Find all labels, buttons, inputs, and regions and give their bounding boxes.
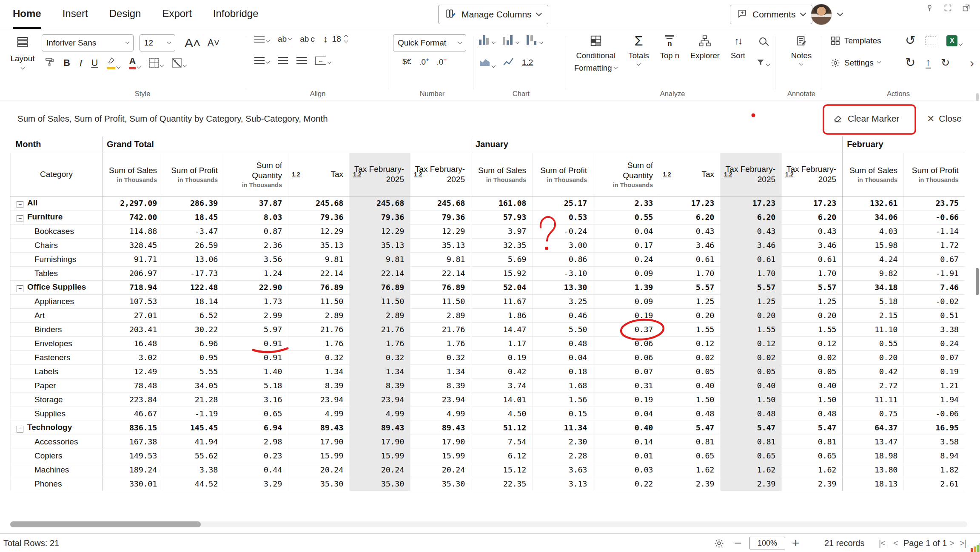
tab-export[interactable]: Export bbox=[162, 0, 191, 29]
column-chart-button[interactable] bbox=[479, 34, 495, 45]
value-cell[interactable]: 0.91 bbox=[224, 336, 288, 350]
value-cell[interactable]: 0.65 bbox=[782, 449, 843, 463]
horizontal-scrollbar-thumb[interactable] bbox=[10, 521, 201, 527]
value-cell[interactable]: 21.76 bbox=[410, 322, 471, 336]
area-chart-button[interactable] bbox=[479, 57, 495, 68]
value-cell[interactable]: 3.29 bbox=[224, 477, 288, 491]
value-cell[interactable]: 14.01 bbox=[471, 393, 533, 407]
value-cell[interactable]: 6.20 bbox=[659, 210, 721, 224]
value-cell[interactable]: 11.11 bbox=[843, 393, 904, 407]
value-cell[interactable]: 79.36 bbox=[350, 210, 410, 224]
value-cell[interactable]: 8.03 bbox=[224, 210, 288, 224]
value-cell[interactable]: 1.72 bbox=[904, 238, 965, 252]
value-cell[interactable]: 89.43 bbox=[288, 421, 350, 435]
value-cell[interactable]: 0.05 bbox=[721, 364, 782, 378]
value-cell[interactable]: 4.50 bbox=[471, 407, 533, 421]
value-cell[interactable]: 145.45 bbox=[163, 421, 224, 435]
value-cell[interactable]: 0.02 bbox=[782, 350, 843, 364]
templates-button[interactable]: Templates bbox=[830, 36, 895, 46]
value-cell[interactable]: 2.61 bbox=[904, 477, 965, 491]
vertical-align-button[interactable] bbox=[254, 57, 269, 64]
value-cell[interactable]: 107.53 bbox=[103, 294, 163, 308]
value-cell[interactable]: 167.38 bbox=[103, 435, 163, 449]
top-n-button[interactable]: n Top n bbox=[660, 34, 679, 73]
value-cell[interactable]: 0.40 bbox=[721, 378, 782, 393]
value-cell[interactable]: 1.62 bbox=[659, 463, 721, 477]
value-cell[interactable]: 2.28 bbox=[533, 449, 593, 463]
value-cell[interactable]: 1.40 bbox=[224, 364, 288, 378]
value-cell[interactable]: 4.24 bbox=[843, 252, 904, 266]
font-family-select[interactable]: Inforiver Sans bbox=[42, 34, 134, 51]
row-label[interactable]: −All bbox=[11, 196, 103, 210]
row-label[interactable]: Supplies bbox=[11, 407, 103, 421]
value-cell[interactable]: 1.17 bbox=[471, 336, 533, 350]
value-cell[interactable]: 11.50 bbox=[410, 294, 471, 308]
value-cell[interactable]: 5.57 bbox=[782, 280, 843, 294]
value-cell[interactable]: 0.48 bbox=[659, 407, 721, 421]
zoom-in-button[interactable]: + bbox=[792, 534, 800, 552]
value-cell[interactable]: 15.99 bbox=[288, 449, 350, 463]
value-cell[interactable]: 20.24 bbox=[288, 463, 350, 477]
number-format-button[interactable]: 1.2 bbox=[522, 58, 533, 67]
value-cell[interactable]: 0.03 bbox=[593, 463, 659, 477]
value-cell[interactable]: 742.00 bbox=[103, 210, 163, 224]
value-cell[interactable]: 1.24 bbox=[224, 266, 288, 280]
value-cell[interactable]: 0.01 bbox=[593, 449, 659, 463]
value-cell[interactable]: 0.65 bbox=[224, 407, 288, 421]
value-cell[interactable]: 1.70 bbox=[782, 266, 843, 280]
value-cell[interactable]: 0.20 bbox=[782, 308, 843, 322]
value-cell[interactable]: 0.48 bbox=[721, 407, 782, 421]
value-cell[interactable]: 8.39 bbox=[410, 378, 471, 393]
row-height-stepper[interactable] bbox=[345, 35, 348, 43]
comments-button[interactable]: Comments bbox=[730, 5, 812, 24]
value-cell[interactable]: 0.04 bbox=[533, 350, 593, 364]
value-cell[interactable]: 0.18 bbox=[533, 364, 593, 378]
value-cell[interactable]: 330.01 bbox=[103, 477, 163, 491]
filter-button[interactable] bbox=[756, 58, 769, 67]
clear-formatting-button[interactable] bbox=[172, 58, 186, 68]
value-cell[interactable]: 0.04 bbox=[593, 224, 659, 238]
value-cell[interactable]: 57.93 bbox=[471, 210, 533, 224]
value-cell[interactable]: 2.15 bbox=[843, 308, 904, 322]
value-cell[interactable]: 23.94 bbox=[288, 393, 350, 407]
value-cell[interactable]: 0.40 bbox=[782, 378, 843, 393]
value-cell[interactable]: 17.90 bbox=[410, 435, 471, 449]
value-cell[interactable]: -17.73 bbox=[163, 266, 224, 280]
column-header[interactable]: Sum of Profitin Thousands bbox=[163, 153, 224, 196]
value-cell[interactable]: 1.55 bbox=[782, 322, 843, 336]
value-cell[interactable]: 5.50 bbox=[533, 322, 593, 336]
value-cell[interactable]: 22.14 bbox=[288, 266, 350, 280]
font-color-button[interactable]: A bbox=[129, 57, 140, 69]
explorer-button[interactable]: Explorer bbox=[690, 34, 720, 73]
value-cell[interactable]: 9.81 bbox=[410, 252, 471, 266]
refresh-icon[interactable]: ↻ bbox=[941, 57, 950, 68]
value-cell[interactable]: 0.15 bbox=[533, 407, 593, 421]
row-label[interactable]: Appliances bbox=[11, 294, 103, 308]
value-cell[interactable]: 328.45 bbox=[103, 238, 163, 252]
value-cell[interactable]: 2.72 bbox=[843, 378, 904, 393]
value-cell[interactable]: 1.76 bbox=[350, 336, 410, 350]
value-cell[interactable]: 0.31 bbox=[593, 378, 659, 393]
value-cell[interactable]: 34.06 bbox=[843, 210, 904, 224]
value-cell[interactable]: 245.68 bbox=[410, 196, 471, 210]
column-header[interactable]: Sum of Profitin Thousands bbox=[533, 153, 593, 196]
value-cell[interactable]: 132.61 bbox=[843, 196, 904, 210]
value-cell[interactable]: 5.47 bbox=[721, 421, 782, 435]
value-cell[interactable]: 2.39 bbox=[782, 477, 843, 491]
value-cell[interactable]: 0.07 bbox=[904, 350, 965, 364]
value-cell[interactable]: 76.89 bbox=[288, 280, 350, 294]
value-cell[interactable]: 20.24 bbox=[410, 463, 471, 477]
row-label[interactable]: −Furniture bbox=[11, 210, 103, 224]
value-cell[interactable]: 0.42 bbox=[471, 364, 533, 378]
value-cell[interactable]: 3.46 bbox=[659, 238, 721, 252]
value-cell[interactable]: 223.84 bbox=[103, 393, 163, 407]
value-cell[interactable]: 9.81 bbox=[350, 252, 410, 266]
value-cell[interactable]: 12.29 bbox=[288, 224, 350, 238]
value-cell[interactable]: 44.52 bbox=[163, 477, 224, 491]
value-cell[interactable]: 5.18 bbox=[224, 378, 288, 393]
value-cell[interactable]: 30.22 bbox=[163, 322, 224, 336]
value-cell[interactable]: 5.69 bbox=[471, 252, 533, 266]
value-cell[interactable]: 0.19 bbox=[593, 393, 659, 407]
value-cell[interactable]: 0.06 bbox=[593, 350, 659, 364]
highlight-color-button[interactable] bbox=[107, 57, 120, 69]
